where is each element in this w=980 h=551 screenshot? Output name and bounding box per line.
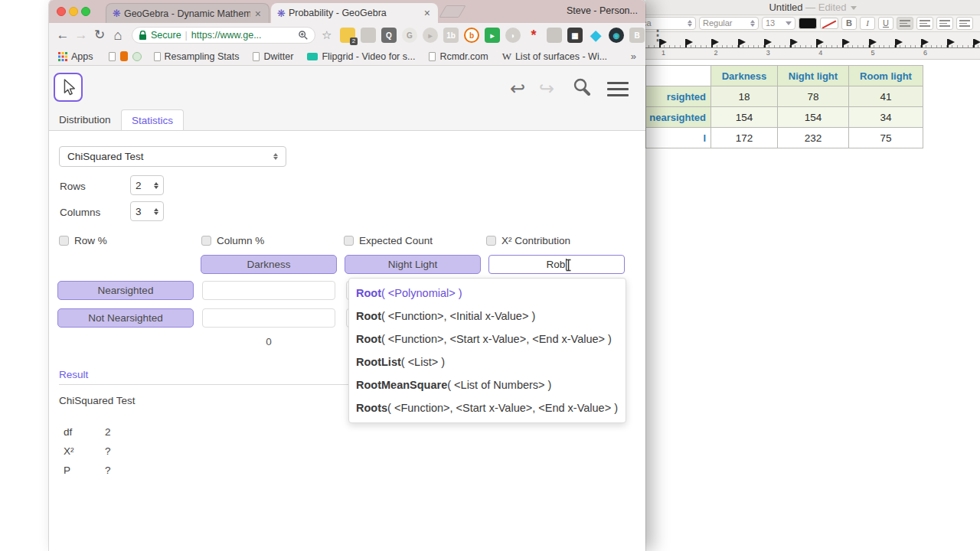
- checkbox-column-pct[interactable]: Column %: [201, 235, 264, 246]
- close-tab-icon[interactable]: ×: [423, 7, 432, 19]
- checkbox-icon[interactable]: [201, 236, 211, 246]
- align-right-button[interactable]: [936, 17, 953, 30]
- minimize-window-button[interactable]: [69, 7, 78, 16]
- bookmark-doc[interactable]: [109, 52, 116, 61]
- value-cell[interactable]: 18: [711, 86, 778, 107]
- bookmark-resampling-stats[interactable]: Resampling Stats: [154, 51, 240, 62]
- b-square-ext-icon[interactable]: B: [629, 28, 645, 43]
- rows-stepper[interactable]: 2: [130, 175, 164, 195]
- tab-stop-icon[interactable]: [687, 39, 693, 45]
- tab-stop-icon[interactable]: [818, 39, 824, 45]
- column-name-input[interactable]: Rob: [488, 255, 625, 274]
- buffer-ext-icon[interactable]: b: [464, 28, 479, 43]
- row-label-cell[interactable]: nearsighted: [646, 107, 711, 128]
- back-icon[interactable]: ←: [54, 26, 72, 44]
- italic-button[interactable]: I: [860, 17, 875, 30]
- bookmark-rcmdr[interactable]: Rcmdr.com: [429, 51, 488, 62]
- row-label-cell[interactable]: l: [646, 128, 711, 148]
- text-color-swatch[interactable]: [799, 18, 817, 29]
- url-text[interactable]: https://www.ge...: [191, 30, 294, 41]
- lamp-ext-icon[interactable]: Q: [381, 28, 397, 43]
- sticky-notes-ext-icon[interactable]: 2: [340, 28, 355, 43]
- checkbox-icon[interactable]: [486, 236, 496, 246]
- bookmark-orange[interactable]: [120, 51, 128, 61]
- undo-icon[interactable]: ↩: [505, 77, 530, 101]
- highlight-color-swatch[interactable]: [820, 18, 838, 29]
- bookmark-dwitter[interactable]: Dwitter: [253, 51, 293, 62]
- close-tab-icon[interactable]: ×: [253, 8, 263, 20]
- column-header-night-light[interactable]: Night Light: [345, 255, 481, 274]
- bookmark-flipgrid[interactable]: Flipgrid - Video for s...: [307, 51, 415, 62]
- tab-statistics[interactable]: Statistics: [121, 109, 184, 130]
- address-bar[interactable]: Secure | https://www.ge...: [132, 27, 315, 44]
- bookmark-list-of-surfaces[interactable]: W List of surfaces - Wi...: [502, 51, 607, 63]
- align-left-button[interactable]: [897, 17, 913, 30]
- cast-ext-icon[interactable]: ▸: [485, 28, 500, 43]
- value-cell[interactable]: 75: [849, 128, 923, 148]
- checkbox-icon[interactable]: [59, 236, 69, 246]
- value-cell[interactable]: 172: [711, 128, 778, 148]
- columns-stepper[interactable]: 3: [130, 201, 164, 221]
- row-label-cell[interactable]: rsighted: [646, 86, 711, 107]
- table-header[interactable]: Darkness: [711, 66, 778, 86]
- align-center-button[interactable]: [916, 17, 933, 30]
- value-cell[interactable]: 78: [778, 86, 849, 107]
- cloud-ext-icon[interactable]: [361, 28, 376, 43]
- chevron-down-icon[interactable]: [851, 6, 857, 10]
- forward-icon[interactable]: →: [72, 26, 90, 44]
- reload-icon[interactable]: ↻: [90, 26, 109, 44]
- cell-input[interactable]: [202, 308, 335, 328]
- table-header[interactable]: Night light: [778, 66, 849, 86]
- tab-stop-icon[interactable]: [792, 39, 798, 45]
- checkbox-expected-count[interactable]: Expected Count: [344, 235, 433, 246]
- burst-ext-icon[interactable]: *: [526, 28, 541, 43]
- tab-stop-icon[interactable]: [923, 39, 929, 45]
- autocomplete-item[interactable]: RootList( <List> ): [349, 350, 626, 373]
- bookmarks-overflow-icon[interactable]: »: [631, 51, 636, 62]
- cell-input[interactable]: [202, 281, 335, 300]
- tab-stop-icon[interactable]: [766, 39, 772, 45]
- zoom-icon[interactable]: [298, 30, 309, 41]
- bookmark-apps[interactable]: Apps: [58, 51, 93, 62]
- autocomplete-item[interactable]: Root( <Function>, <Initial x-Value> ): [349, 305, 626, 328]
- checkbox-row-pct[interactable]: Row %: [59, 235, 107, 246]
- table-header[interactable]: Room light: [849, 66, 923, 86]
- value-cell[interactable]: 154: [778, 107, 849, 128]
- tab-stop-icon[interactable]: [871, 39, 877, 45]
- more-ext-icon[interactable]: ⋮: [650, 28, 665, 43]
- onebox-ext-icon[interactable]: 1b: [443, 28, 459, 43]
- bold-button[interactable]: B: [841, 17, 857, 30]
- font-size-select[interactable]: 13: [762, 17, 795, 30]
- value-cell[interactable]: 154: [711, 107, 778, 128]
- bookmark-green[interactable]: [132, 52, 142, 61]
- tab-stop-icon[interactable]: [975, 39, 980, 45]
- autocomplete-item[interactable]: Root( <Polynomial> ): [349, 282, 626, 305]
- home-icon[interactable]: ⌂: [109, 26, 127, 44]
- autocomplete-item[interactable]: Root( <Function>, <Start x-Value>, <End …: [349, 328, 626, 350]
- tab-stop-icon[interactable]: [740, 39, 746, 45]
- move-tool-button[interactable]: [54, 73, 83, 102]
- row-header-not-nearsighted[interactable]: Not Nearsighted: [57, 308, 194, 328]
- film-ext-icon[interactable]: ▦: [567, 28, 583, 43]
- profile-label[interactable]: Steve - Person...: [567, 5, 638, 16]
- checkbox-chi-contribution[interactable]: X² Contribution: [486, 235, 570, 246]
- column-header-darkness[interactable]: Darkness: [201, 255, 337, 274]
- tab-distribution[interactable]: Distribution: [49, 109, 121, 130]
- browser-tab-probability[interactable]: ❋ Probability - GeoGebra ×: [271, 3, 438, 23]
- value-cell[interactable]: 232: [778, 128, 849, 148]
- gray-square-ext-icon[interactable]: [547, 28, 562, 43]
- new-tab-button[interactable]: [439, 5, 466, 18]
- tab-stop-icon[interactable]: [844, 39, 850, 45]
- tab-stop-icon[interactable]: [713, 39, 719, 45]
- value-cell[interactable]: 34: [849, 107, 923, 128]
- align-justify-button[interactable]: [956, 17, 973, 30]
- ruler[interactable]: 123456: [645, 32, 980, 60]
- autocomplete-item[interactable]: RootMeanSquare( <List of Numbers> ): [349, 373, 626, 396]
- diamond-ext-icon[interactable]: ◆: [588, 28, 603, 43]
- test-type-select[interactable]: ChiSquared Test: [59, 146, 286, 167]
- tab-stop-icon[interactable]: [949, 39, 955, 45]
- blob-ext-icon[interactable]: ◗: [505, 28, 521, 43]
- g-circle-ext-icon[interactable]: G: [402, 28, 417, 43]
- zoom-window-button[interactable]: [81, 7, 90, 16]
- close-window-button[interactable]: [57, 7, 66, 16]
